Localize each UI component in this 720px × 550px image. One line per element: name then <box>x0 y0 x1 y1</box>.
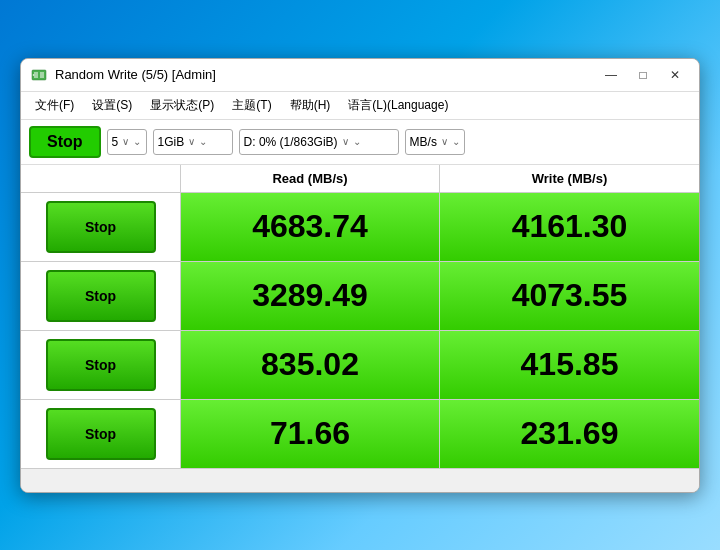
menu-bar: 文件(F) 设置(S) 显示状态(P) 主题(T) 帮助(H) 语言(L)(La… <box>21 92 699 120</box>
read-value-2: 3289.49 <box>181 262 440 330</box>
header-write: Write (MB/s) <box>440 165 699 192</box>
table-row: Stop 835.02 415.85 <box>21 331 699 400</box>
write-value-4: 231.69 <box>440 400 699 468</box>
write-value-2: 4073.55 <box>440 262 699 330</box>
minimize-button[interactable]: — <box>597 65 625 85</box>
table-headers: Read (MB/s) Write (MB/s) <box>21 165 699 193</box>
maximize-button[interactable]: □ <box>629 65 657 85</box>
window-controls: — □ ✕ <box>597 65 689 85</box>
app-icon <box>31 67 47 83</box>
size-select[interactable]: 1GiB ∨ <box>153 129 233 155</box>
main-stop-button[interactable]: Stop <box>29 126 101 158</box>
toolbar: Stop 5 ∨ 1GiB ∨ D: 0% (1/863GiB) ∨ MB/s … <box>21 120 699 165</box>
window-title: Random Write (5/5) [Admin] <box>55 67 589 82</box>
menu-display[interactable]: 显示状态(P) <box>142 94 222 117</box>
menu-language[interactable]: 语言(L)(Language) <box>340 94 456 117</box>
content-area: Read (MB/s) Write (MB/s) Stop 4683.74 41… <box>21 165 699 468</box>
table-row: Stop 4683.74 4161.30 <box>21 193 699 262</box>
read-value-1: 4683.74 <box>181 193 440 261</box>
menu-settings[interactable]: 设置(S) <box>84 94 140 117</box>
menu-file[interactable]: 文件(F) <box>27 94 82 117</box>
svg-rect-2 <box>40 72 44 78</box>
stop-button-4[interactable]: Stop <box>46 408 156 460</box>
write-value-3: 415.85 <box>440 331 699 399</box>
stop-cell-2: Stop <box>21 262 181 330</box>
stop-button-3[interactable]: Stop <box>46 339 156 391</box>
read-value-3: 835.02 <box>181 331 440 399</box>
stop-button-2[interactable]: Stop <box>46 270 156 322</box>
stop-cell-1: Stop <box>21 193 181 261</box>
main-window: Random Write (5/5) [Admin] — □ ✕ 文件(F) 设… <box>20 58 700 493</box>
close-button[interactable]: ✕ <box>661 65 689 85</box>
table-row: Stop 71.66 231.69 <box>21 400 699 468</box>
stop-cell-4: Stop <box>21 400 181 468</box>
header-stop <box>21 165 181 192</box>
menu-theme[interactable]: 主题(T) <box>224 94 279 117</box>
write-value-1: 4161.30 <box>440 193 699 261</box>
svg-rect-1 <box>34 72 38 78</box>
drive-select[interactable]: D: 0% (1/863GiB) ∨ <box>239 129 399 155</box>
stop-button-1[interactable]: Stop <box>46 201 156 253</box>
stop-cell-3: Stop <box>21 331 181 399</box>
title-bar: Random Write (5/5) [Admin] — □ ✕ <box>21 59 699 92</box>
read-value-4: 71.66 <box>181 400 440 468</box>
unit-select[interactable]: MB/s ∨ <box>405 129 465 155</box>
header-read: Read (MB/s) <box>181 165 440 192</box>
table-row: Stop 3289.49 4073.55 <box>21 262 699 331</box>
svg-point-3 <box>33 74 35 76</box>
menu-help[interactable]: 帮助(H) <box>282 94 339 117</box>
count-select[interactable]: 5 ∨ <box>107 129 147 155</box>
status-bar <box>21 468 699 492</box>
